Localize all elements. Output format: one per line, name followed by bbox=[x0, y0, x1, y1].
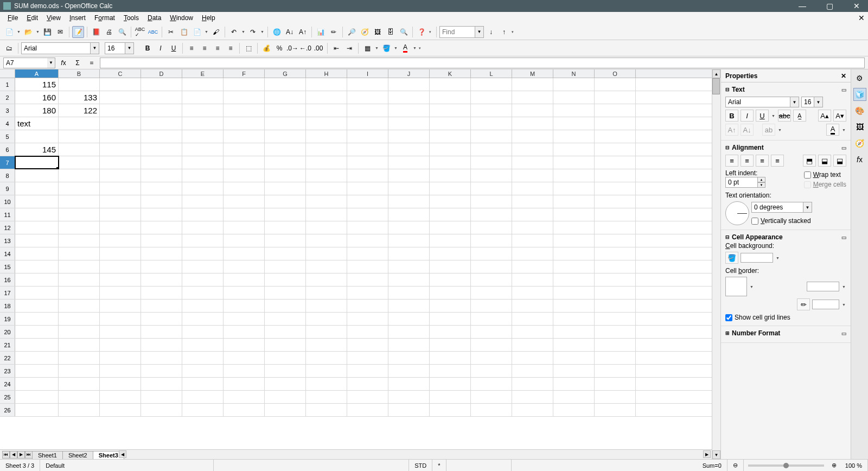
cell-I18[interactable] bbox=[347, 300, 388, 312]
cell-D12[interactable] bbox=[141, 221, 182, 234]
panel-subscript-button[interactable]: A▾ bbox=[833, 110, 846, 122]
cell-C7[interactable] bbox=[100, 156, 141, 169]
horizontal-scrollbar[interactable]: ◀ ▶ bbox=[126, 450, 703, 459]
cell-A25[interactable] bbox=[15, 391, 59, 403]
new-dropdown[interactable]: ▼ bbox=[17, 30, 21, 34]
cell-N13[interactable] bbox=[553, 234, 595, 247]
cell-I1[interactable] bbox=[347, 78, 388, 91]
zoom-knob[interactable] bbox=[783, 463, 789, 468]
zoom-out-button[interactable]: ⊖ bbox=[727, 460, 744, 471]
sort-asc-icon[interactable]: A↓ bbox=[284, 26, 296, 38]
cell-K15[interactable] bbox=[430, 260, 471, 273]
cell-A26[interactable] bbox=[15, 404, 59, 416]
cell-E9[interactable] bbox=[182, 182, 224, 195]
cell-G20[interactable] bbox=[265, 326, 306, 338]
cell-E1[interactable] bbox=[182, 78, 224, 91]
cell-I19[interactable] bbox=[347, 313, 388, 325]
cell-G19[interactable] bbox=[265, 313, 306, 325]
properties-close-button[interactable]: ✕ bbox=[841, 72, 846, 80]
font-name-input[interactable] bbox=[21, 42, 91, 54]
cell-H12[interactable] bbox=[306, 221, 347, 234]
text-collapse-icon[interactable]: ⊟ bbox=[725, 87, 730, 92]
cell-E6[interactable] bbox=[182, 143, 224, 156]
cell-J9[interactable] bbox=[388, 182, 430, 195]
cell-K20[interactable] bbox=[430, 326, 471, 338]
status-pagestyle[interactable]: Default bbox=[40, 460, 214, 471]
cell-O10[interactable] bbox=[595, 195, 636, 208]
cell-L3[interactable] bbox=[471, 104, 512, 117]
cell-B9[interactable] bbox=[59, 182, 100, 195]
cell-H3[interactable] bbox=[306, 104, 347, 117]
cell-N1[interactable] bbox=[553, 78, 595, 91]
cell-N22[interactable] bbox=[553, 352, 595, 364]
cell-I8[interactable] bbox=[347, 169, 388, 182]
save-icon[interactable]: 💾 bbox=[41, 26, 53, 38]
cell-B1[interactable] bbox=[59, 78, 100, 91]
cell-G26[interactable] bbox=[265, 404, 306, 416]
find-replace-icon[interactable]: 🔎 bbox=[346, 26, 358, 38]
column-header-L[interactable]: L bbox=[471, 69, 512, 78]
cell-J2[interactable] bbox=[388, 91, 430, 104]
cell-M3[interactable] bbox=[512, 104, 553, 117]
cell-E3[interactable] bbox=[182, 104, 224, 117]
cell-M17[interactable] bbox=[512, 287, 553, 299]
sort-desc-icon[interactable]: A↑ bbox=[297, 26, 309, 38]
menu-insert[interactable]: Insert bbox=[65, 13, 90, 23]
cell-F15[interactable] bbox=[224, 260, 265, 273]
cell-C14[interactable] bbox=[100, 247, 141, 260]
row-header-5[interactable]: 5 bbox=[0, 130, 15, 143]
cell-C11[interactable] bbox=[100, 208, 141, 221]
cell-A21[interactable] bbox=[15, 339, 59, 351]
cell-M6[interactable] bbox=[512, 143, 553, 156]
cell-L7[interactable] bbox=[471, 156, 512, 169]
cell-A19[interactable] bbox=[15, 313, 59, 325]
cell-G1[interactable] bbox=[265, 78, 306, 91]
cell-N2[interactable] bbox=[553, 91, 595, 104]
cell-D14[interactable] bbox=[141, 247, 182, 260]
cell-O7[interactable] bbox=[595, 156, 636, 169]
border-style-dropdown[interactable]: ▼ bbox=[842, 285, 846, 289]
panel-underline-dropdown[interactable]: ▼ bbox=[771, 114, 776, 118]
cell-F13[interactable] bbox=[224, 234, 265, 247]
cell-C19[interactable] bbox=[100, 313, 141, 325]
name-box-dropdown[interactable]: ▼ bbox=[47, 58, 55, 68]
percent-format-button[interactable]: % bbox=[273, 42, 285, 54]
hyperlink-icon[interactable]: 🌐 bbox=[271, 26, 283, 38]
cell-J19[interactable] bbox=[388, 313, 430, 325]
row-header-10[interactable]: 10 bbox=[0, 195, 15, 208]
cell-N12[interactable] bbox=[553, 221, 595, 234]
row-header-23[interactable]: 23 bbox=[0, 365, 15, 377]
indent-up[interactable]: ▲ bbox=[758, 177, 765, 182]
panel-bold-button[interactable]: B bbox=[725, 110, 738, 122]
function-wizard-button[interactable]: fx bbox=[58, 57, 69, 69]
row-header-22[interactable]: 22 bbox=[0, 352, 15, 364]
cell-I5[interactable] bbox=[347, 130, 388, 143]
cell-O18[interactable] bbox=[595, 300, 636, 312]
cell-J5[interactable] bbox=[388, 130, 430, 143]
cell-E2[interactable] bbox=[182, 91, 224, 104]
borders-button[interactable]: ▦ bbox=[361, 42, 373, 54]
status-insert-mode[interactable] bbox=[214, 460, 409, 471]
panel-font-name-input[interactable] bbox=[725, 97, 790, 107]
cell-F26[interactable] bbox=[224, 404, 265, 416]
vertical-scrollbar[interactable]: ▲ ▼ bbox=[712, 69, 720, 459]
column-header-M[interactable]: M bbox=[512, 69, 553, 78]
redo-icon[interactable]: ↷ bbox=[247, 26, 259, 38]
cell-B11[interactable] bbox=[59, 208, 100, 221]
cell-C25[interactable] bbox=[100, 391, 141, 403]
cell-E7[interactable] bbox=[182, 156, 224, 169]
bg-color-dropdown[interactable]: ▼ bbox=[394, 46, 398, 50]
cell-O8[interactable] bbox=[595, 169, 636, 182]
cell-L21[interactable] bbox=[471, 339, 512, 351]
cell-E18[interactable] bbox=[182, 300, 224, 312]
cell-L17[interactable] bbox=[471, 287, 512, 299]
row-header-2[interactable]: 2 bbox=[0, 91, 15, 104]
currency-format-button[interactable]: 💰 bbox=[260, 42, 272, 54]
cell-F6[interactable] bbox=[224, 143, 265, 156]
paste-dropdown[interactable]: ▼ bbox=[205, 30, 209, 34]
cell-L16[interactable] bbox=[471, 273, 512, 286]
cell-B6[interactable] bbox=[59, 143, 100, 156]
cell-I3[interactable] bbox=[347, 104, 388, 117]
cell-H18[interactable] bbox=[306, 300, 347, 312]
cell-H13[interactable] bbox=[306, 234, 347, 247]
